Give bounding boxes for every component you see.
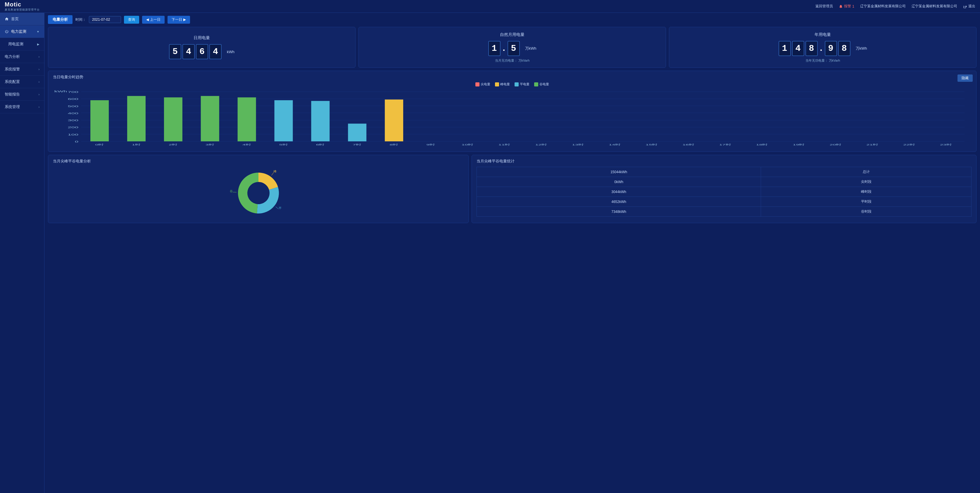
alarm-label: 报警: [844, 4, 851, 9]
topbar: 电量分析 时间： 查询 ◀ 上一日 下一日 ▶: [48, 15, 977, 24]
svg-text:峰: 峰: [274, 170, 277, 173]
legend-item: 平电量: [515, 82, 530, 86]
legend-label: 尖电量: [480, 82, 490, 86]
bell-icon: [839, 5, 843, 8]
legend-color: [534, 82, 538, 86]
legend-label: 峰电量: [500, 82, 510, 86]
kpi-digit: 5: [169, 44, 181, 59]
header-right: 返回管理员 报警1 辽宁某金属材料发展有限公司 辽宁某金属材料发展有限公司 退出: [815, 4, 975, 9]
svg-rect-19: [127, 96, 146, 141]
chevron-down-icon: ▼: [37, 30, 40, 33]
table-cell-label: 平时段: [761, 197, 972, 207]
svg-text:21时: 21时: [867, 143, 878, 146]
kpi-monthly-digits: 1.5: [488, 41, 520, 56]
next-day-button[interactable]: 下一日 ▶: [167, 16, 190, 24]
chart-wrap: 7006005004003002001000kWh0时1时2时3时4时5时6时7…: [53, 89, 972, 148]
company-name: 辽宁某金属材料发展有限公司: [860, 4, 906, 9]
svg-text:kWh: kWh: [54, 90, 67, 93]
kpi-digit: 1: [779, 41, 791, 56]
sidebar-item-sys-config[interactable]: 系统配置 ›: [0, 76, 44, 88]
table-cell-label: 峰时段: [761, 187, 972, 197]
back-admin-btn[interactable]: 返回管理员: [815, 4, 833, 9]
chevron-right-icon4: ›: [38, 80, 40, 84]
kpi-digit: 4: [183, 44, 195, 59]
query-button[interactable]: 查询: [124, 16, 139, 24]
legend-item: 尖电量: [476, 82, 490, 86]
svg-text:200: 200: [68, 126, 78, 129]
svg-rect-23: [201, 96, 219, 141]
svg-text:0时: 0时: [95, 143, 104, 146]
sidebar-item-power-monitor[interactable]: 电力监测 ▼: [0, 25, 44, 38]
sidebar-item-home[interactable]: 首页: [0, 13, 44, 25]
prev-arrow-icon: ◀: [146, 17, 149, 22]
logout-icon: [963, 5, 967, 8]
table-cell-value: 3044kWh: [477, 187, 761, 197]
svg-text:12时: 12时: [535, 143, 547, 146]
svg-rect-29: [311, 101, 329, 141]
legend-color: [515, 82, 519, 86]
donut-title: 当月尖峰平谷电量分析: [53, 159, 464, 164]
hide-button[interactable]: 隐藏: [958, 75, 973, 82]
kpi-daily-digits: 5464: [169, 44, 222, 59]
kpi-digit: 4: [792, 41, 804, 56]
svg-rect-21: [164, 97, 183, 141]
donut-container: 峰平谷: [53, 167, 464, 219]
donut-card: 当月尖峰平谷电量分析 峰平谷: [48, 155, 469, 223]
svg-text:18时: 18时: [756, 143, 768, 146]
svg-text:600: 600: [68, 98, 78, 100]
svg-text:2时: 2时: [169, 143, 177, 146]
sidebar: 首页 电力监测 ▼ 用电监测 ▶ 电力分析 › 系统报警 ›: [0, 13, 45, 493]
table-row: 0kWh尖时段: [477, 177, 972, 187]
sidebar-item-sys-alarm[interactable]: 系统报警 ›: [0, 63, 44, 76]
svg-text:500: 500: [68, 105, 78, 108]
sidebar-item-smart-report[interactable]: 智能报告 ›: [0, 88, 44, 101]
svg-text:11时: 11时: [498, 143, 511, 146]
kpi-yearly-digits-row: 148.98 万kWh: [779, 41, 867, 56]
logout-btn[interactable]: 退出: [963, 4, 975, 9]
kpi-yearly-unit: 万kWh: [856, 46, 867, 51]
prev-day-button[interactable]: ◀ 上一日: [142, 16, 165, 24]
donut-svg: 峰平谷: [226, 167, 291, 219]
svg-text:15时: 15时: [646, 143, 657, 146]
svg-text:23时: 23时: [940, 143, 952, 146]
svg-text:平: 平: [278, 206, 281, 210]
svg-text:13时: 13时: [572, 143, 584, 146]
sidebar-elec-monitor-label: 用电监测: [8, 41, 23, 47]
kpi-digit: 6: [196, 44, 208, 59]
svg-text:400: 400: [68, 112, 78, 115]
sidebar-item-elec-monitor[interactable]: 用电监测 ▶: [0, 38, 44, 51]
stat-table: 15044kWh总计0kWh尖时段3044kWh峰时段4652kWh平时段734…: [477, 167, 972, 217]
table-cell-value: 15044kWh: [477, 167, 761, 177]
sidebar-home-label: 首页: [11, 16, 19, 22]
kpi-monthly-digits-row: 1.5 万kWh: [488, 41, 536, 56]
tab-electricity-analysis[interactable]: 电量分析: [48, 15, 73, 24]
chevron-right-icon5: ›: [38, 93, 40, 96]
bottom-row: 当月尖峰平谷电量分析 峰平谷 当月尖峰平谷电量统计 15044kWh总计0kWh…: [48, 155, 977, 223]
kpi-daily-unit: kWh: [227, 50, 234, 54]
stat-table-title: 当月尖峰平谷电量统计: [477, 159, 972, 164]
svg-line-52: [275, 207, 278, 209]
table-cell-value: 7348kWh: [477, 207, 761, 217]
logout-label: 退出: [968, 4, 975, 9]
alarm-btn[interactable]: 报警1: [839, 4, 854, 9]
svg-rect-31: [348, 124, 366, 141]
svg-text:6时: 6时: [316, 143, 325, 146]
chart-title: 当日电量分时趋势: [53, 75, 972, 80]
sidebar-item-power-analysis[interactable]: 电力分析 ›: [0, 51, 44, 63]
alarm-count: 1: [852, 5, 854, 8]
svg-text:100: 100: [68, 133, 78, 136]
time-label: 时间：: [75, 17, 86, 22]
legend-color: [495, 82, 499, 86]
legend-color: [476, 82, 479, 86]
table-cell-label: 尖时段: [761, 177, 972, 187]
svg-text:300: 300: [68, 119, 78, 122]
sidebar-item-sys-manage[interactable]: 系统管理 ›: [0, 101, 44, 113]
svg-rect-33: [385, 100, 403, 141]
svg-text:700: 700: [68, 90, 78, 94]
time-input[interactable]: [89, 16, 121, 23]
legend-label: 平电量: [520, 82, 530, 86]
kpi-digit: .: [819, 41, 824, 56]
legend-item: 峰电量: [495, 82, 510, 86]
svg-text:20时: 20时: [830, 143, 842, 146]
svg-text:0: 0: [75, 140, 78, 143]
